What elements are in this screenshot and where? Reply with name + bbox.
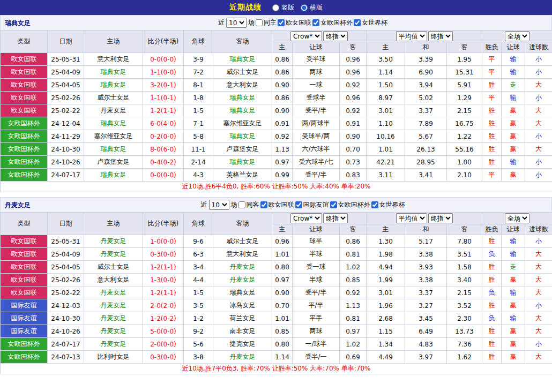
near-label: 近 <box>218 18 225 27</box>
goals-cell: 大 <box>525 325 552 338</box>
scope-select[interactable]: 全场 <box>505 31 529 41</box>
avg-away: 13.73 <box>447 325 482 338</box>
filter-checkbox[interactable] <box>354 19 361 26</box>
away-team: 瑞典女足 <box>213 287 272 299</box>
corners: 3-4 <box>184 261 213 274</box>
handicap-result-cell: 赢 <box>502 117 525 130</box>
home-team: 丹麦女足 <box>84 325 143 338</box>
match-date: 24-10-26 <box>48 325 84 338</box>
avg-home: 42.21 <box>367 156 405 169</box>
subcolumn-header: 主 <box>272 42 293 53</box>
filter-checkbox[interactable] <box>371 201 378 208</box>
odds-away: 0.90 <box>340 130 367 143</box>
match-score: 1-1(0-1) <box>143 92 184 104</box>
avg-away: 16.75 <box>447 117 482 130</box>
handicap-result-cell: 输 <box>502 248 525 261</box>
filter-option[interactable]: 同主 <box>256 18 277 27</box>
avg-draw: 3.45 <box>405 312 447 325</box>
odds-home: 0.90 <box>272 104 293 117</box>
avg-source-select[interactable]: 平均值 <box>396 31 427 41</box>
match-date: 25-02-22 <box>48 104 84 117</box>
avg-period-select[interactable]: 终指 <box>428 213 453 223</box>
filter-option[interactable]: 欧女国联 <box>260 200 294 209</box>
odds-source-select[interactable]: Crow* <box>290 213 322 223</box>
match-row: 国际友谊24-10-26丹麦女足5-0(0-0)9-2南非女足0.85两球0.9… <box>1 325 552 338</box>
match-row: 欧女国联25-04-05瑞典女足3-2(0-1)8-1意大利女足0.90一球0.… <box>1 79 552 92</box>
filter-option[interactable]: 同客 <box>238 200 259 209</box>
avg-home: 1.01 <box>367 143 405 156</box>
filter-label: 女欧国杯外 <box>320 18 353 27</box>
handicap-result-cell: 输 <box>502 287 525 299</box>
corners: 1-2 <box>184 312 213 325</box>
odds-away: 1.02 <box>340 261 367 274</box>
home-team: 威尔士女足 <box>84 92 143 104</box>
match-type-badge: 女欧国杯外 <box>1 351 48 364</box>
avg-draw: 5.67 <box>405 130 447 143</box>
filter-checkbox[interactable] <box>238 201 245 208</box>
odds-period-select[interactable]: 终指 <box>323 213 348 223</box>
scope-select[interactable]: 全场 <box>505 213 529 223</box>
match-count-select[interactable]: 10 <box>209 200 229 210</box>
result-cell: 胜 <box>482 117 502 130</box>
handicap-line: 两/两球半 <box>293 117 340 130</box>
away-team: 瑞典女足 <box>213 130 272 143</box>
filter-checkbox[interactable] <box>312 19 319 26</box>
filter-option[interactable]: 国际友谊 <box>295 200 329 209</box>
odds-away: 0.97 <box>340 325 367 338</box>
column-header: 日期 <box>48 213 84 235</box>
filter-option[interactable]: 女世界杯 <box>354 18 387 27</box>
match-count-select[interactable]: 10 <box>226 18 247 28</box>
result-cell: 平 <box>482 66 502 79</box>
goals-cell: 大 <box>525 274 552 287</box>
odds-home: 0.97 <box>272 274 293 287</box>
handicap-line: 半球 <box>293 274 340 287</box>
odds-away: 0.91 <box>340 117 367 130</box>
handicap-line: 受六球半/七 <box>293 156 340 169</box>
subcolumn-header: 客 <box>340 42 367 53</box>
filter-checkbox[interactable] <box>260 201 267 208</box>
goals-cell: 大 <box>525 117 552 130</box>
section-header: 瑞典女足近10场同主欧女国联女欧国杯外女世界杯 <box>0 15 552 30</box>
match-filter-controls: 近10场同客欧女国联国际友谊女欧国杯外女世界杯 <box>201 200 405 210</box>
handicap-result-cell: 输 <box>502 66 525 79</box>
away-team: 南非女足 <box>213 325 272 338</box>
odds-source-select[interactable]: Crow* <box>290 31 322 41</box>
handicap-line: 受平/半 <box>293 104 340 117</box>
avg-away: 3.40 <box>447 274 482 287</box>
match-score: 1-2(1-1) <box>143 104 184 117</box>
avg-home: 1.96 <box>367 299 405 312</box>
avg-period-select[interactable]: 终指 <box>428 31 453 41</box>
filter-option[interactable]: 女欧国杯外 <box>330 200 370 209</box>
column-header: 角球 <box>184 213 213 235</box>
header-select-group: Crow*终指 <box>272 213 367 224</box>
avg-away: 2.15 <box>447 287 482 299</box>
handicap-result-cell: 输 <box>502 156 525 169</box>
column-header: 类型 <box>1 213 48 235</box>
avg-home: 1.99 <box>367 274 405 287</box>
filter-option[interactable]: 女世界杯 <box>371 200 405 209</box>
odds-away: 0.92 <box>340 79 367 92</box>
corners: 3-5 <box>184 299 213 312</box>
odds-period-select[interactable]: 终指 <box>323 31 348 41</box>
sections-container: 瑞典女足近10场同主欧女国联女欧国杯外女世界杯类型日期主场比分(半场)角球客场C… <box>0 15 552 374</box>
filter-checkbox[interactable] <box>278 19 285 26</box>
column-header: 客场 <box>213 31 272 53</box>
layout-radio-vertical[interactable] <box>272 4 279 11</box>
corners: 4-3 <box>184 169 213 182</box>
filter-checkbox[interactable] <box>256 19 263 26</box>
match-date: 25-05-31 <box>48 53 84 66</box>
avg-home: 3.01 <box>367 287 405 299</box>
layout-radio-horizontal[interactable] <box>301 4 308 11</box>
layout-option[interactable]: 横版 <box>301 3 323 12</box>
filter-option[interactable]: 欧女国联 <box>278 18 311 27</box>
match-score: 1-0(0-0) <box>143 235 184 248</box>
avg-draw: 3.93 <box>405 261 447 274</box>
filter-checkbox[interactable] <box>295 201 302 208</box>
filter-option[interactable]: 女欧国杯外 <box>312 18 353 27</box>
handicap-result-cell: 赢 <box>502 351 525 364</box>
avg-source-select[interactable]: 平均值 <box>396 213 427 223</box>
filter-checkbox[interactable] <box>330 201 337 208</box>
layout-option[interactable]: 竖版 <box>272 3 294 12</box>
avg-away: 1.29 <box>447 92 482 104</box>
avg-away: 1.62 <box>447 351 482 364</box>
